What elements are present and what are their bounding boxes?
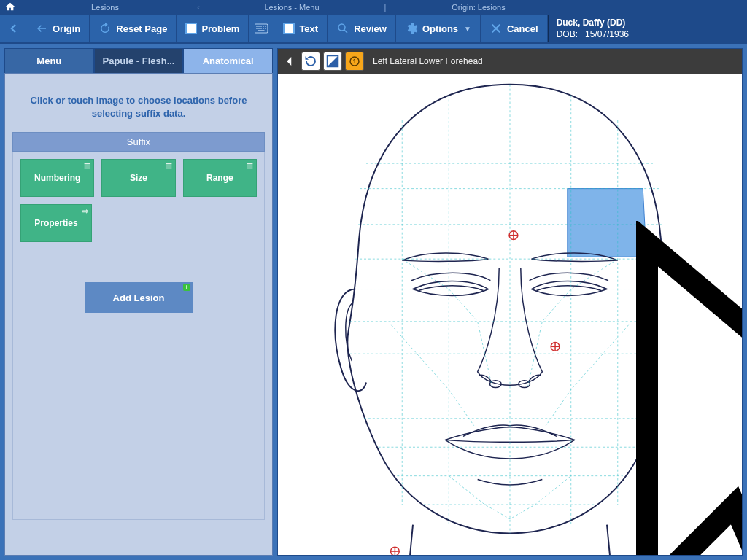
add-lesion-button[interactable]: Add Lesion + bbox=[85, 282, 193, 313]
region-label: Left Lateral Lower Forehead bbox=[373, 56, 483, 66]
keyboard-icon bbox=[255, 22, 268, 35]
contrast-tool[interactable] bbox=[323, 52, 342, 71]
dob-value: 15/07/1936 bbox=[585, 29, 629, 39]
dob-label: DOB: bbox=[557, 29, 578, 39]
svg-rect-9 bbox=[263, 28, 265, 29]
reset-page-button[interactable]: Reset Page bbox=[90, 15, 177, 42]
tab-menu[interactable]: Menu bbox=[4, 48, 94, 73]
checkbox-icon bbox=[185, 23, 197, 34]
lesion-marker[interactable] bbox=[390, 547, 399, 555]
cancel-label: Cancel bbox=[507, 23, 538, 34]
right-panel: 1 Left Lateral Lower Forehead bbox=[277, 48, 743, 556]
breadcrumb-bar: Lesions ‹ Lesions - Menu | Origin: Lesio… bbox=[0, 0, 747, 15]
origin-label: Origin bbox=[53, 23, 80, 34]
numbering-label: Numbering bbox=[34, 173, 80, 183]
magnify-icon bbox=[336, 22, 349, 35]
reset-page-label: Reset Page bbox=[116, 23, 167, 34]
arrow-icon: ⇨ bbox=[82, 207, 88, 215]
add-lesion-label: Add Lesion bbox=[113, 292, 165, 303]
svg-rect-11 bbox=[258, 30, 265, 31]
refresh-icon bbox=[98, 22, 112, 35]
breadcrumb-item-2[interactable]: Lesions - Menu bbox=[204, 3, 379, 12]
problem-button[interactable]: Problem bbox=[177, 15, 249, 42]
checkbox-icon bbox=[283, 23, 295, 34]
svg-line-13 bbox=[344, 30, 348, 34]
anatomical-canvas[interactable] bbox=[278, 74, 742, 555]
svg-rect-4 bbox=[263, 26, 265, 27]
main-toolbar: Origin Reset Page Problem Text Review Op… bbox=[0, 15, 747, 44]
back-button[interactable] bbox=[0, 15, 26, 42]
svg-rect-5 bbox=[266, 26, 267, 27]
properties-label: Properties bbox=[34, 218, 77, 228]
text-label: Text bbox=[299, 23, 318, 34]
svg-rect-3 bbox=[261, 26, 263, 27]
lesion-marker[interactable] bbox=[551, 342, 560, 351]
plus-icon: + bbox=[183, 284, 190, 291]
suffix-header: Suffix bbox=[12, 132, 265, 152]
chevron-down-icon: ▼ bbox=[464, 25, 471, 33]
options-label: Options bbox=[422, 23, 458, 34]
main-area: Menu Papule - Flesh... Anatomical Click … bbox=[0, 44, 747, 560]
breadcrumb-item-3[interactable]: Origin: Lesions bbox=[391, 3, 566, 12]
review-label: Review bbox=[354, 23, 387, 34]
canvas-toolbar: 1 Left Lateral Lower Forehead bbox=[278, 49, 742, 74]
gear-icon bbox=[405, 22, 418, 35]
svg-rect-6 bbox=[257, 28, 258, 29]
arrow-left-icon bbox=[35, 22, 48, 35]
panel-body: Click or touch image to choose locations… bbox=[4, 73, 273, 556]
suffix-body: Numbering ☰ Size ☰ Range ☰ Properties bbox=[12, 152, 265, 257]
patient-info: Duck, Daffy (DD) DOB: 15/07/1936 bbox=[548, 15, 747, 42]
origin-button[interactable]: Origin bbox=[26, 15, 90, 42]
svg-text:1: 1 bbox=[353, 58, 357, 65]
svg-rect-8 bbox=[261, 28, 263, 29]
range-label: Range bbox=[206, 173, 233, 183]
canvas-back-button[interactable] bbox=[281, 52, 298, 70]
breadcrumb-sep: ‹ bbox=[193, 3, 204, 12]
panel-tabs: Menu Papule - Flesh... Anatomical bbox=[4, 48, 273, 73]
tab-anatomical[interactable]: Anatomical bbox=[183, 48, 273, 73]
cancel-button[interactable]: Cancel bbox=[481, 15, 548, 42]
list-icon: ☰ bbox=[84, 162, 90, 170]
panel-instructions: Click or touch image to choose locations… bbox=[12, 81, 265, 132]
svg-rect-1 bbox=[257, 26, 258, 27]
home-icon[interactable] bbox=[3, 1, 18, 13]
problem-label: Problem bbox=[201, 23, 239, 34]
keyboard-button[interactable] bbox=[249, 15, 274, 42]
list-icon: ☰ bbox=[247, 162, 253, 170]
tab-papule[interactable]: Papule - Flesh... bbox=[94, 48, 184, 73]
chevron-left-icon bbox=[7, 22, 20, 35]
size-button[interactable]: Size ☰ bbox=[101, 159, 175, 197]
close-icon bbox=[489, 22, 503, 35]
size-label: Size bbox=[130, 173, 147, 183]
properties-button[interactable]: Properties ⇨ bbox=[20, 204, 92, 242]
range-button[interactable]: Range ☰ bbox=[183, 159, 257, 197]
text-button[interactable]: Text bbox=[274, 15, 328, 42]
svg-rect-2 bbox=[259, 26, 260, 27]
breadcrumb-sep: | bbox=[379, 3, 391, 12]
svg-rect-10 bbox=[266, 28, 267, 29]
lesion-marker[interactable] bbox=[509, 231, 518, 240]
numbering-button[interactable]: Numbering ☰ bbox=[20, 159, 94, 197]
reload-tool[interactable] bbox=[301, 52, 320, 71]
breadcrumb-item-1[interactable]: Lesions bbox=[18, 3, 193, 12]
marker-tool[interactable]: 1 bbox=[345, 52, 364, 71]
review-button[interactable]: Review bbox=[328, 15, 396, 42]
options-button[interactable]: Options ▼ bbox=[396, 15, 481, 42]
action-area: Add Lesion + bbox=[12, 257, 265, 520]
list-icon: ☰ bbox=[166, 162, 172, 170]
patient-name: Duck, Daffy (DD) bbox=[557, 18, 740, 29]
left-panel: Menu Papule - Flesh... Anatomical Click … bbox=[4, 48, 273, 556]
svg-rect-7 bbox=[259, 28, 260, 29]
